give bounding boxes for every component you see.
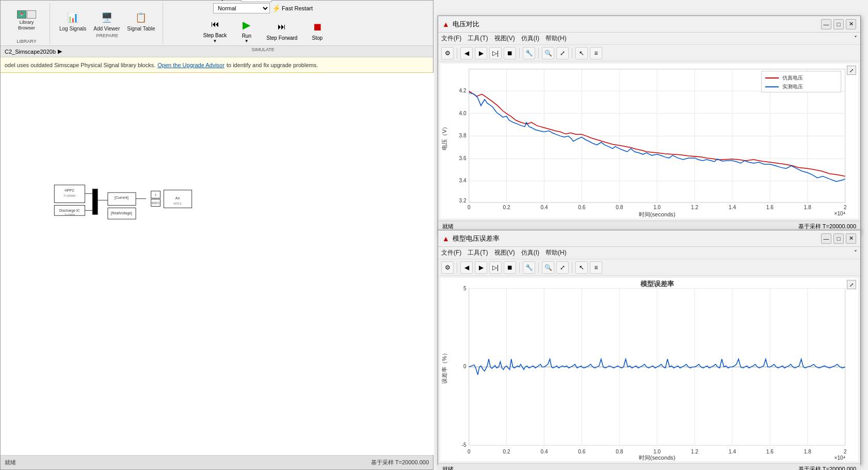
run-button[interactable]: ▶ Run ▼ xyxy=(232,13,261,46)
library-browser-button[interactable]: 📚 Library Browser xyxy=(11,3,42,39)
plot-expand-btn[interactable]: ⤢ xyxy=(847,66,856,75)
error-play-btn[interactable]: ▶ xyxy=(475,261,487,274)
menu-sim[interactable]: 仿真(I) xyxy=(521,34,539,43)
playfwd-btn[interactable]: ▷| xyxy=(489,47,502,59)
step-forward-icon: ⏭ xyxy=(274,19,290,35)
menu-file[interactable]: 文件(F) xyxy=(441,34,461,43)
error-tools-btn[interactable]: 🔧 xyxy=(523,261,535,274)
upgrade-advisor-link[interactable]: Open the Upgrade Advisor xyxy=(157,62,224,68)
svg-text:T=1800: T=1800 xyxy=(65,213,75,216)
error-playfwd-btn[interactable]: ▷| xyxy=(489,261,502,274)
svg-text:时间(seconds): 时间(seconds) xyxy=(639,455,676,461)
titlebar-buttons: — □ ✕ xyxy=(821,19,856,29)
error-cursor-btn[interactable]: ↖ xyxy=(575,261,588,274)
error-back-btn[interactable]: ◀ xyxy=(460,261,473,274)
svg-text:1.0: 1.0 xyxy=(653,449,661,455)
step-back-button[interactable]: ⏮ Step Back ▼ xyxy=(199,13,232,46)
step-forward-button[interactable]: ⏭ Step Forward xyxy=(262,13,302,46)
svg-text:1: 1 xyxy=(155,193,156,196)
matlab-icon2: ▲ xyxy=(442,234,449,243)
error-close-button[interactable]: ✕ xyxy=(846,233,856,244)
prepare-label: PREPARE xyxy=(97,33,118,38)
sep3 xyxy=(538,48,539,58)
error-menu-view[interactable]: 视图(V) xyxy=(494,248,515,257)
voltage-plot-svg: 4.2 4.0 3.8 3.6 3.4 3.2 0 0.2 0.4 0.6 0.… xyxy=(440,64,858,218)
log-signals-button[interactable]: 📊 Log Signals xyxy=(56,8,89,33)
error-legend-btn[interactable]: ≡ xyxy=(590,261,602,274)
sep2 xyxy=(519,48,520,58)
breadcrumb: C2_Simscape2020b ▶ xyxy=(1,46,433,57)
close-button[interactable]: ✕ xyxy=(846,19,856,29)
status-right: 基于采样 T=20000.000 xyxy=(371,459,429,466)
stop-time-row: Stop Time xyxy=(213,0,313,2)
svg-text:×10⁴: ×10⁴ xyxy=(834,455,845,461)
menu-help[interactable]: 帮助(H) xyxy=(545,34,567,43)
zoom-fit-btn[interactable]: ⤢ xyxy=(556,47,569,59)
svg-text:An: An xyxy=(175,196,180,200)
warning-bar: odel uses outdated Simscape Physical Sig… xyxy=(1,57,433,73)
fast-restart-icon: ⚡ xyxy=(272,4,281,12)
error-menu-help[interactable]: 帮助(H) xyxy=(545,248,567,257)
breadcrumb-text: C2_Simscape2020b xyxy=(5,49,56,55)
simulation-mode-select[interactable]: Normal Accelerator Rapid Accelerator xyxy=(213,3,270,13)
simulate-group: Stop Time Normal Accelerator Rapid Accel… xyxy=(165,3,361,44)
menu-tools[interactable]: 工具(T) xyxy=(468,34,488,43)
cursor-btn[interactable]: ↖ xyxy=(575,47,588,59)
error-menu-tools[interactable]: 工具(T) xyxy=(468,248,488,257)
play-btn[interactable]: ▶ xyxy=(475,47,487,59)
svg-text:-5: -5 xyxy=(462,442,467,448)
menu-expand[interactable]: ˅ xyxy=(854,35,857,42)
svg-text:实测电压: 实测电压 xyxy=(782,84,803,89)
maximize-button[interactable]: □ xyxy=(833,19,844,29)
error-settings-btn[interactable]: ⚙ xyxy=(441,261,454,274)
simulation-buttons: ⏮ Step Back ▼ ▶ Run ▼ ⏭ Step Forward ⏹ S… xyxy=(199,13,332,46)
simulink-canvas[interactable]: HPPC T=20000 Discharge IC T=1800 [Curren… xyxy=(1,73,434,455)
signal-table-button[interactable]: 📋 Signal Table xyxy=(124,8,158,33)
stop-icon: ⏹ xyxy=(309,19,326,35)
settings-btn[interactable]: ⚙ xyxy=(441,47,454,59)
add-viewer-button[interactable]: 🖥️ Add Viewer xyxy=(90,8,123,33)
svg-text:1.4: 1.4 xyxy=(729,449,736,455)
menu-view[interactable]: 视图(V) xyxy=(494,34,515,43)
voltage-figure-title: 电压对比 xyxy=(453,20,479,29)
error-menu-sim[interactable]: 仿真(I) xyxy=(521,248,539,257)
error-menu-file[interactable]: 文件(F) xyxy=(441,248,461,257)
error-maximize-button[interactable]: □ xyxy=(833,233,844,244)
svg-text:0: 0 xyxy=(468,449,471,455)
back-btn[interactable]: ◀ xyxy=(460,47,473,59)
matlab-status-bar: 就绪 基于采样 T=20000.000 xyxy=(1,455,433,469)
legend-btn[interactable]: ≡ xyxy=(590,47,602,59)
library-group: 📚 Library Browser LIBRARY xyxy=(4,3,50,44)
svg-text:0.8: 0.8 xyxy=(616,449,623,455)
sep4 xyxy=(572,48,572,58)
error-menu-expand[interactable]: ˅ xyxy=(854,249,857,257)
svg-text:×10⁴: ×10⁴ xyxy=(834,211,845,216)
svg-text:误差率（%）: 误差率（%） xyxy=(441,350,447,384)
library-group-label: LIBRARY xyxy=(17,39,36,44)
error-zoom-fit-btn[interactable]: ⤢ xyxy=(556,261,569,274)
stop-button[interactable]: ⏹ Stop xyxy=(303,13,331,46)
voltage-figure-titlebar: ▲ 电压对比 — □ ✕ xyxy=(438,16,860,33)
error-status-right: 基于采样 T=20000.000 xyxy=(798,465,856,470)
svg-text:4.0: 4.0 xyxy=(459,111,467,116)
stop-fig-btn[interactable]: ⏹ xyxy=(504,47,516,59)
run-label: Run xyxy=(242,33,251,39)
svg-text:时间(seconds): 时间(seconds) xyxy=(639,211,676,217)
minimize-button[interactable]: — xyxy=(821,19,831,29)
error-minimize-button[interactable]: — xyxy=(821,233,831,244)
zoom-btn[interactable]: 🔍 xyxy=(542,47,554,59)
error-stop-fig-btn[interactable]: ⏹ xyxy=(504,261,516,274)
svg-text:0.2: 0.2 xyxy=(503,449,510,455)
voltage-status-right: 基于采样 T=20000.000 xyxy=(798,223,856,230)
svg-text:HPPC: HPPC xyxy=(65,189,74,192)
error-figure-title: 模型电压误差率 xyxy=(453,234,500,243)
stop-time-input[interactable] xyxy=(241,0,272,2)
svg-text:2: 2 xyxy=(844,205,847,210)
error-sep1 xyxy=(457,262,457,273)
tools-btn[interactable]: 🔧 xyxy=(523,47,535,59)
error-plot-expand-btn[interactable]: ⤢ xyxy=(847,280,856,289)
svg-text:[RealVoltage]: [RealVoltage] xyxy=(111,211,132,215)
stop-time-label: Stop Time xyxy=(213,0,239,1)
error-zoom-btn[interactable]: 🔍 xyxy=(542,261,554,274)
svg-text:SOC1: SOC1 xyxy=(173,202,182,205)
